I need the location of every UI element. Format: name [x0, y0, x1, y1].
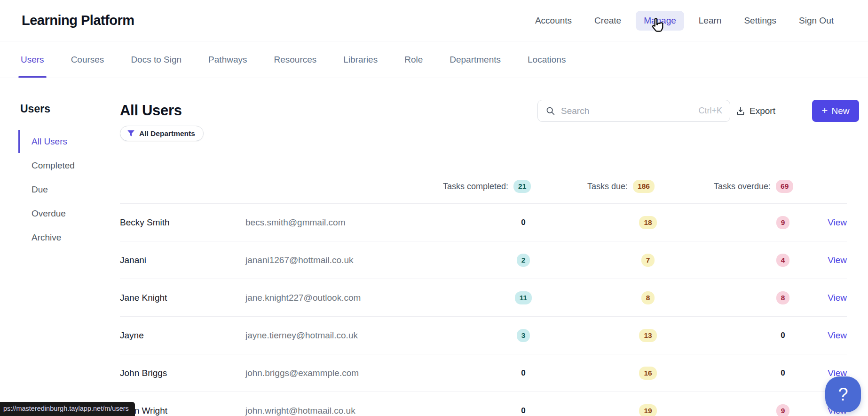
tab-docs-to-sign[interactable]: Docs to Sign	[131, 41, 181, 78]
nav-item-create[interactable]: Create	[586, 11, 629, 31]
user-email: john.briggs@exammple.com	[245, 368, 494, 378]
department-filter-label: All Departments	[139, 129, 195, 138]
sidebar: Users All Users Completed Due Overdue Ar…	[18, 103, 108, 249]
stat-label: Tasks completed:	[443, 182, 508, 192]
user-email: becs.smith@gmmail.com	[245, 217, 494, 228]
tasks-completed-value: 0	[518, 216, 529, 230]
tab-libraries[interactable]: Libraries	[343, 41, 378, 78]
stat-badge: 69	[776, 180, 793, 193]
search-icon	[545, 106, 555, 116]
nav-item-accounts[interactable]: Accounts	[527, 11, 580, 31]
user-name: Jane Knight	[120, 293, 245, 303]
view-link[interactable]: View	[828, 255, 847, 265]
tasks-completed-value: 11	[515, 291, 532, 304]
nav-item-settings[interactable]: Settings	[736, 11, 784, 31]
user-name: Becky Smith	[120, 217, 245, 228]
stat-tasks-completed: Tasks completed: 21	[443, 179, 531, 194]
user-email: jane.knight227@outlook.com	[245, 293, 494, 303]
tasks-overdue-value: 0	[778, 366, 788, 380]
tasks-overdue-value: 4	[776, 254, 790, 267]
funnel-icon	[127, 130, 135, 137]
tab-locations[interactable]: Locations	[528, 41, 566, 78]
app-header: Learning Platform Accounts Create Manage…	[0, 0, 868, 41]
brand-logo: Learning Platform	[22, 13, 134, 28]
tasks-completed-value: 2	[517, 254, 530, 267]
users-table: Becky Smith becs.smith@gmmail.com 0 18 9…	[120, 203, 847, 416]
table-row: John Wright john.wright@hotmaail.co.uk 0…	[120, 392, 847, 416]
tasks-due-value: 18	[639, 216, 656, 229]
tasks-overdue-value: 9	[776, 404, 790, 416]
tasks-overdue-value: 8	[776, 291, 790, 304]
tab-resources[interactable]: Resources	[274, 41, 316, 78]
user-name: Janani	[120, 255, 245, 265]
link-url-statusbar: ps://masteredinburgh.taylapp.net/m/users	[0, 402, 135, 416]
tasks-due-value: 8	[641, 291, 655, 304]
nav-item-manage[interactable]: Manage	[636, 11, 684, 31]
user-name: John Wright	[120, 406, 245, 416]
table-row: Becky Smith becs.smith@gmmail.com 0 18 9…	[120, 204, 847, 241]
tasks-overdue-value: 0	[778, 328, 788, 343]
table-row: Jayne jayne.tierney@hotmail.co.uk 3 13 0…	[120, 317, 847, 354]
user-name: John Briggs	[120, 368, 245, 378]
table-row: John Briggs john.briggs@exammple.com 0 1…	[120, 354, 847, 392]
tab-courses[interactable]: Courses	[71, 41, 104, 78]
tasks-overdue-value: 9	[776, 216, 790, 229]
tab-pathways[interactable]: Pathways	[208, 41, 247, 78]
new-button[interactable]: + New	[812, 100, 859, 122]
stat-tasks-due: Tasks due: 186	[587, 179, 655, 194]
export-label: Export	[750, 106, 775, 116]
stat-label: Tasks overdue:	[714, 182, 771, 192]
new-label: New	[831, 106, 849, 116]
help-button[interactable]: ?	[825, 376, 861, 412]
plus-icon: +	[822, 104, 828, 117]
nav-item-sign-out[interactable]: Sign Out	[791, 11, 842, 31]
tasks-completed-value: 0	[518, 404, 529, 416]
sidebar-list: All Users Completed Due Overdue Archive	[18, 129, 108, 249]
top-nav: Accounts Create Manage Learn Settings Si…	[527, 11, 842, 31]
sidebar-item-overdue[interactable]: Overdue	[18, 201, 108, 225]
view-link[interactable]: View	[828, 217, 847, 228]
tasks-due-value: 16	[639, 367, 656, 380]
sidebar-item-completed[interactable]: Completed	[18, 153, 108, 177]
tasks-due-value: 13	[639, 329, 656, 342]
tab-role[interactable]: Role	[404, 41, 423, 78]
sidebar-item-archive[interactable]: Archive	[18, 225, 108, 249]
sidebar-title: Users	[18, 103, 108, 115]
department-filter-chip[interactable]: All Departments	[120, 126, 204, 141]
tab-departments[interactable]: Departments	[450, 41, 501, 78]
user-name: Jayne	[120, 330, 245, 341]
user-email: jayne.tierney@hotmail.co.uk	[245, 330, 494, 341]
tasks-due-value: 7	[641, 254, 655, 267]
view-link[interactable]: View	[828, 330, 847, 341]
page-title: All Users	[120, 102, 182, 119]
user-email: john.wright@hotmaail.co.uk	[245, 406, 494, 416]
stat-label: Tasks due:	[587, 182, 628, 192]
stat-tasks-overdue: Tasks overdue: 69	[714, 179, 793, 194]
tasks-completed-value: 0	[518, 366, 529, 380]
search-input[interactable]	[561, 106, 693, 116]
search-shortcut-hint: Ctrl+K	[698, 106, 722, 116]
view-link[interactable]: View	[828, 293, 847, 303]
sidebar-item-all-users[interactable]: All Users	[18, 129, 108, 153]
user-email: janani1267@hottmail.co.uk	[245, 255, 494, 265]
search-box[interactable]: Ctrl+K	[537, 100, 730, 122]
stat-badge: 186	[633, 180, 655, 193]
section-tabs: Users Courses Docs to Sign Pathways Reso…	[0, 41, 868, 78]
download-icon	[736, 106, 745, 116]
tasks-completed-value: 3	[517, 329, 530, 342]
export-button[interactable]: Export	[736, 100, 775, 122]
table-row: Janani janani1267@hottmail.co.uk 2 7 4 V…	[120, 241, 847, 279]
nav-item-learn[interactable]: Learn	[691, 11, 730, 31]
sidebar-item-due[interactable]: Due	[18, 177, 108, 201]
stat-badge: 21	[513, 180, 531, 193]
tab-users[interactable]: Users	[21, 41, 44, 78]
table-row: Jane Knight jane.knight227@outlook.com 1…	[120, 279, 847, 317]
question-mark-icon: ?	[838, 384, 848, 405]
tasks-due-value: 19	[639, 404, 656, 416]
